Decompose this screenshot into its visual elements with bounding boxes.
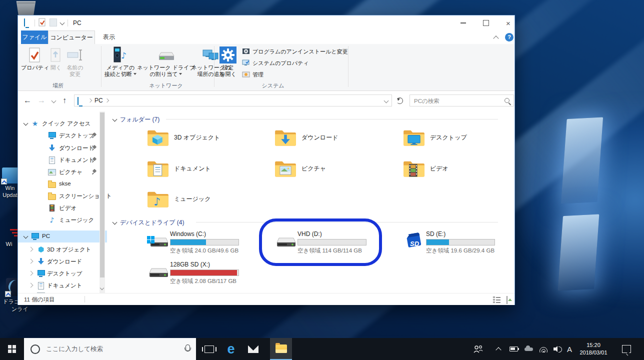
folder-pictures-icon (274, 160, 296, 178)
drive-tile-windows-c[interactable]: Windows (C:) 空き領域 24.0 GB/49.6 GB (147, 230, 271, 256)
help-icon[interactable]: ? (505, 33, 514, 42)
sidebar-item-pc-desktop[interactable]: デスクトップ (18, 268, 107, 280)
refresh-icon[interactable] (396, 98, 403, 104)
sidebar-item-downloads[interactable]: ダウンロード (18, 142, 107, 154)
folder-tile-desktop[interactable]: デスクトップ (403, 128, 514, 156)
breadcrumb[interactable]: PC (74, 94, 392, 106)
folder-tile-documents[interactable]: ドキュメント (147, 160, 270, 186)
desktop-icon-label[interactable]: ンライ (4, 306, 36, 313)
sidebar-item-documents[interactable]: ドキュメント (18, 154, 107, 166)
volume-button[interactable] (551, 338, 564, 360)
chevron-right-icon[interactable] (28, 259, 34, 264)
sidebar-item-pc-downloads[interactable]: ダウンロード (18, 256, 107, 268)
section-rule (166, 119, 498, 120)
drive-tile-sd-e[interactable]: SD (E:) 空き領域 19.6 GB/29.4 GB SD (403, 230, 514, 256)
desktop-icon-windows-update[interactable] (2, 168, 19, 184)
action-center-button[interactable] (618, 338, 635, 360)
section-collapse-icon[interactable] (112, 220, 118, 225)
taskbar-search[interactable] (24, 338, 196, 360)
close-button[interactable]: × (497, 16, 520, 30)
sidebar-item-videos[interactable]: ビデオ (18, 202, 107, 214)
scrollbar-thumb[interactable] (100, 112, 104, 278)
forward-button[interactable]: → (36, 96, 47, 106)
large-icons-view-button[interactable] (506, 296, 508, 304)
section-collapse-icon[interactable] (112, 117, 118, 122)
folder-tile-videos[interactable]: ビデオ (403, 160, 514, 186)
open-settings-button[interactable]: 設定 を開く (217, 46, 239, 78)
qat-customize-chevron-icon[interactable] (60, 20, 65, 26)
qat-properties-icon[interactable] (38, 18, 46, 28)
sidebar-scrollbar[interactable] (100, 112, 105, 293)
ime-indicator[interactable]: A (564, 338, 575, 360)
map-network-drive-button[interactable]: ネットワーク ドライブ の割り当て (137, 46, 195, 78)
up-button[interactable]: ↑ (59, 96, 70, 106)
settings-gear-icon (217, 46, 239, 64)
properties-button[interactable]: プロパティ (21, 46, 48, 71)
chevron-right-icon[interactable] (28, 271, 34, 276)
tray-overflow-button[interactable] (492, 338, 505, 360)
sidebar-item-clipped[interactable] (18, 290, 107, 293)
search-box[interactable] (410, 94, 514, 106)
breadcrumb-chevron-icon[interactable] (88, 98, 92, 102)
uninstall-program-button[interactable]: プログラムのアンインストールと変更 (242, 47, 348, 56)
maximize-button[interactable] (474, 16, 497, 30)
sidebar-item-skse[interactable]: skse (18, 178, 107, 190)
sidebar-item-pc[interactable]: PC (18, 230, 107, 242)
sidebar-item-desktop[interactable]: デスクトップ (18, 130, 107, 142)
folders-section-header[interactable]: フォルダー (7) (120, 116, 160, 124)
back-button[interactable]: ← (22, 96, 33, 106)
task-view-icon (204, 346, 214, 353)
cortana-icon (30, 344, 40, 354)
folder-tile-3d-objects[interactable]: 3D オブジェクト (147, 128, 270, 156)
file-explorer-button[interactable] (270, 338, 292, 360)
start-button[interactable] (1, 338, 23, 360)
cloud-icon (524, 348, 533, 351)
chevron-down-icon[interactable] (24, 121, 28, 126)
scrollbar-down-icon[interactable] (100, 286, 104, 290)
chevron-right-icon[interactable] (28, 283, 34, 288)
minimize-button[interactable] (452, 16, 474, 30)
recent-locations-chevron-icon[interactable] (52, 98, 56, 104)
folder-tile-pictures[interactable]: ピクチャ (274, 160, 397, 186)
mail-button[interactable] (242, 338, 264, 360)
status-bar: 11 個の項目 (18, 293, 514, 305)
media-connect-button[interactable]: ♪ メディアの 接続と切断 (104, 46, 137, 78)
microphone-icon[interactable] (186, 344, 190, 351)
sidebar-item-pictures[interactable]: ピクチャ (18, 166, 107, 178)
wifi-button[interactable] (537, 338, 550, 360)
qat-new-folder-icon[interactable] (50, 18, 57, 26)
sidebar-item-quick-access[interactable]: ★ クイック アクセス (18, 118, 107, 130)
clock[interactable]: 15:202018/03/01 (576, 338, 611, 360)
edge-button[interactable]: e (220, 338, 242, 360)
tab-computer[interactable]: コンピューター (48, 30, 95, 44)
item-count: 11 個の項目 (24, 296, 54, 304)
chevron-down-icon[interactable] (24, 234, 28, 239)
sidebar-item-3d-objects[interactable]: 3D オブジェクト (18, 244, 107, 256)
battery-button[interactable] (507, 338, 520, 360)
chevron-right-icon[interactable] (28, 247, 34, 252)
title-bar[interactable]: PC × (18, 16, 514, 30)
people-button[interactable] (470, 338, 486, 360)
system-properties-button[interactable]: システムのプロパティ (242, 58, 309, 68)
drives-section-header[interactable]: デバイスとドライブ (4) (120, 218, 184, 227)
sidebar-item-music[interactable]: ♪ ミュージック (18, 214, 107, 226)
onedrive-button[interactable] (522, 338, 535, 360)
folder-videos-icon (403, 160, 425, 178)
ribbon-tab-strip: ファイル コンピューター 表示 ? (18, 30, 514, 44)
tab-file[interactable]: ファイル (21, 30, 48, 44)
breadcrumb-chevron-icon[interactable] (105, 98, 109, 102)
drive-tile-128gb-sd-x[interactable]: 128GB SD (X:) 空き領域 2.08 GB/117 GB (147, 261, 271, 287)
address-dropdown-chevron-icon[interactable] (384, 98, 389, 104)
minimize-ribbon-chevron-icon[interactable] (493, 36, 498, 41)
search-input[interactable] (413, 96, 500, 106)
manage-button[interactable]: 管理 (242, 70, 264, 79)
taskbar-search-input[interactable] (45, 345, 162, 353)
tab-view[interactable]: 表示 (95, 30, 123, 44)
folder-tile-music[interactable]: ♪ ミュージック (147, 190, 270, 217)
folder-tile-downloads[interactable]: ダウンロード (274, 128, 397, 156)
breadcrumb-crumb-pc[interactable]: PC (94, 97, 103, 104)
media-icon: ♪ (104, 46, 137, 64)
sidebar-item-screenshots[interactable]: スクリーンショット (18, 190, 107, 202)
task-view-button[interactable] (198, 338, 220, 360)
folder-desktop-icon (403, 128, 425, 146)
